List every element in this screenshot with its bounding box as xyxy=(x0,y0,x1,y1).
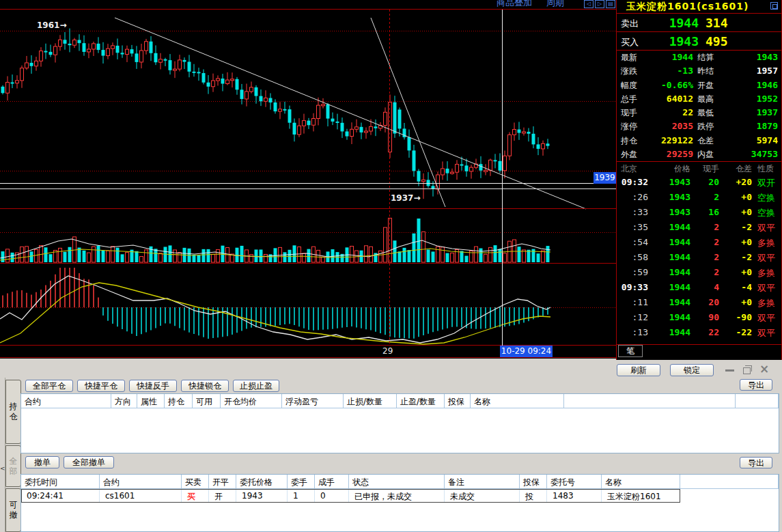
quote-stats-grid: 最新1944结算1943涨跌-13昨结1957幅度-0.66%开盘1946总手6… xyxy=(617,51,781,162)
tick-volume: 2 xyxy=(693,252,719,262)
close-all-positions-button[interactable]: 全部平仓 xyxy=(25,380,73,392)
quote-stat-row: 涨跌-13昨结1957 xyxy=(617,64,781,78)
quick-reverse-button[interactable]: 快捷反手 xyxy=(129,380,177,392)
restore-window-icon[interactable] xyxy=(770,2,778,10)
tick-oi-change: -4 xyxy=(722,282,752,292)
stop-loss-take-profit-button[interactable]: 止损止盈 xyxy=(233,380,279,392)
column-header: 委托号 xyxy=(547,475,602,489)
tick-oi-change: -22 xyxy=(722,327,752,337)
collapse-arrow-icon[interactable]: < xyxy=(0,465,5,472)
quick-close-button[interactable]: 快捷平仓 xyxy=(77,380,125,392)
tick-row: :5919442+0多换 xyxy=(617,265,781,280)
column-header xyxy=(680,475,779,489)
tab-all[interactable]: 全部 xyxy=(5,445,21,487)
column-header: 买卖 xyxy=(182,475,209,489)
column-header: 可用 xyxy=(193,394,221,408)
tab-tick-detail[interactable]: 笔 xyxy=(618,345,643,357)
bid-size: 495 xyxy=(706,34,737,48)
quick-lock-button[interactable]: 快捷锁仓 xyxy=(181,380,229,392)
tick-price: 1944 xyxy=(658,297,690,307)
export-positions-button[interactable]: 导出 xyxy=(740,379,772,391)
minimize-icon[interactable] xyxy=(725,369,734,372)
tick-volume: 22 xyxy=(693,327,719,337)
order-table[interactable]: 委托时间合约买卖开平委托价格委手成手状态备注投保委托号名称09:24:41cs1… xyxy=(20,474,779,532)
tick-oi-change: -90 xyxy=(722,312,752,322)
quote-stat-label: 幅度 xyxy=(621,80,637,92)
ask-row: 卖出 1944 314 xyxy=(617,14,781,32)
quote-stat-row: 涨停2035跌停1879 xyxy=(617,120,781,133)
quote-stat-label: 昨结 xyxy=(697,66,714,77)
column-header: 方向 xyxy=(111,394,137,408)
panel-collapse-strip[interactable]: < xyxy=(0,378,5,532)
tick-nature: 多换 xyxy=(757,267,775,279)
tick-time: :12 xyxy=(617,312,648,322)
tick-volume: 4 xyxy=(693,282,719,292)
restore-icon[interactable] xyxy=(743,367,751,374)
quote-stat-value: 22 xyxy=(643,107,693,117)
quote-stat-row: 幅度-0.66%开盘1946 xyxy=(617,79,781,92)
tick-volume: 2 xyxy=(693,192,719,202)
quote-stat-row: 持仓229122仓差5974 xyxy=(617,134,781,148)
cancel-all-orders-button[interactable]: 全部撤单 xyxy=(64,456,114,468)
tick-nature: 双平 xyxy=(757,282,775,294)
order-filled: 0 xyxy=(315,489,349,503)
instrument-title: 玉米淀粉1601(cs1601) xyxy=(626,1,749,13)
overlay-instrument-link[interactable]: 商品叠加 xyxy=(497,0,532,9)
grid-icon[interactable]: ▤ xyxy=(606,0,615,8)
quote-stat-label: 跌停 xyxy=(697,121,714,132)
tick-oi-change: +20 xyxy=(722,177,752,187)
arrow-right-icon: → xyxy=(59,20,66,30)
order-id: 1483 xyxy=(547,489,602,503)
column-header: 成手 xyxy=(315,475,349,489)
table-header-row: 合约方向属性持仓可用开仓均价浮动盈亏止损/数量止盈/数量投保名称 xyxy=(21,394,779,408)
quote-stat-label: 仓差 xyxy=(697,135,714,147)
lock-button[interactable]: 锁定 xyxy=(670,364,714,376)
position-table[interactable]: 合约方向属性持仓可用开仓均价浮动盈亏止损/数量止盈/数量投保名称 xyxy=(20,393,779,453)
tick-nature: 双平 xyxy=(757,312,775,324)
quote-stat-label: 涨停 xyxy=(621,121,637,132)
forward-icon[interactable]: ▷ xyxy=(595,0,604,8)
close-icon[interactable]: × xyxy=(759,364,769,374)
quote-stat-label: 最新 xyxy=(621,52,637,64)
cancel-order-button[interactable]: 撤单 xyxy=(25,456,59,468)
tick-nature: 空换 xyxy=(757,192,775,204)
bid-row: 买入 1943 495 xyxy=(617,32,781,51)
quote-stat-value: 1957 xyxy=(723,66,778,76)
column-header: 开平 xyxy=(209,475,236,489)
column-header: 开仓均价 xyxy=(221,394,282,408)
period-link[interactable]: 周期 xyxy=(546,0,564,9)
column-header: 委托价格 xyxy=(236,475,288,489)
back-icon[interactable]: ◁ xyxy=(584,0,594,8)
column-header: 属性 xyxy=(137,394,165,408)
tick-column-header: 价格 xyxy=(658,163,690,175)
tick-row: :11194420+0多换 xyxy=(617,295,781,310)
tick-volume: 16 xyxy=(693,207,719,217)
tick-row: :13194422-22双平 xyxy=(617,325,781,340)
tick-price: 1944 xyxy=(658,282,690,292)
quote-stat-value: 1937 xyxy=(723,107,778,117)
export-orders-button[interactable]: 导出 xyxy=(740,457,772,468)
tab-cancellable[interactable]: 可撤 xyxy=(5,488,21,532)
refresh-button[interactable]: 刷新 xyxy=(617,364,660,376)
quote-panel: 玉米淀粉1601(cs1601) 卖出 1944 314 买入 1943 495… xyxy=(616,0,782,360)
tick-time: :35 xyxy=(617,222,648,232)
tick-price: 1944 xyxy=(658,327,690,337)
tick-oi-change: +0 xyxy=(722,297,752,307)
tick-time: :59 xyxy=(617,267,648,277)
quote-stat-value: -0.66% xyxy=(643,80,693,90)
tick-nature: 双平 xyxy=(757,327,775,339)
column-header: 投保 xyxy=(445,394,471,408)
quote-stat-value: 1944 xyxy=(643,52,693,62)
order-row[interactable]: 09:24:41cs1601买开194310已申报，未成交未成交投1483玉米淀… xyxy=(21,489,779,503)
tab-positions[interactable]: 持仓 xyxy=(5,380,21,444)
tick-price: 1943 xyxy=(658,192,690,202)
quote-stat-label: 涨跌 xyxy=(621,66,637,77)
bid-label: 买入 xyxy=(621,36,639,48)
tick-nature: 多换 xyxy=(757,297,775,309)
quote-stat-row: 外盘29259内盘34753 xyxy=(617,148,781,161)
crosshair-time-tag: 10-29 09:24 xyxy=(500,346,553,357)
quote-stat-value: 1952 xyxy=(723,94,778,104)
tick-row: :5819442-2双平 xyxy=(617,250,781,265)
kline-chart[interactable] xyxy=(0,0,616,359)
tick-volume: 20 xyxy=(693,177,719,187)
